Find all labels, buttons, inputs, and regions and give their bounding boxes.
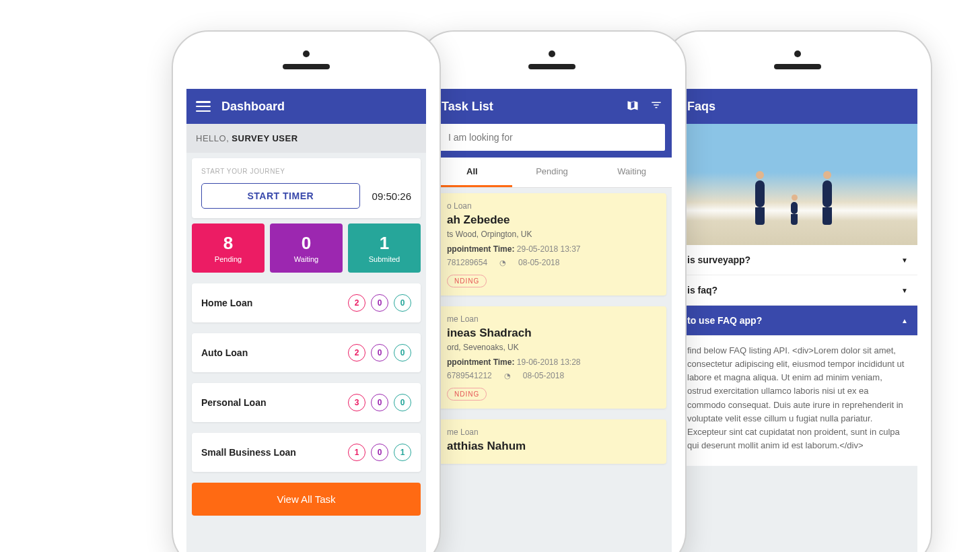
stat-label: Waiting: [273, 255, 340, 263]
loan-row[interactable]: Auto Loan 2 0 0: [192, 333, 421, 372]
person-icon: [791, 195, 798, 225]
tab-waiting[interactable]: Waiting: [592, 158, 672, 187]
stat-number: 8: [195, 233, 262, 254]
badge-waiting: 0: [371, 344, 388, 361]
loan-row[interactable]: Personal Loan 3 0 0: [192, 383, 421, 422]
faq-question: to use FAQ app?: [687, 315, 762, 326]
timer-value: 09:50:26: [372, 191, 411, 202]
task-card[interactable]: o Loan ah Zebedee ts Wood, Orpington, UK…: [438, 193, 666, 296]
hero-image: [678, 124, 917, 245]
loan-name: Personal Loan: [201, 397, 266, 408]
faq-answer: find below FAQ listing API. <div>Lorem d…: [678, 336, 917, 466]
stat-label: Pending: [195, 255, 262, 263]
stat-number: 0: [273, 233, 340, 254]
tabs: All Pending Waiting: [432, 158, 672, 188]
badge-pending: 3: [348, 394, 365, 411]
appt-value: 19-06-2018 13:28: [517, 357, 581, 367]
badge-pending: 1: [348, 444, 365, 461]
search-input[interactable]: [439, 124, 665, 151]
task-appointment: ppointment Time: 19-06-2018 13:28: [447, 357, 657, 367]
stat-label: Submited: [351, 255, 418, 263]
loan-name: Home Loan: [201, 298, 252, 308]
task-phone: 6789541212: [447, 371, 492, 380]
loan-row[interactable]: Small Business Loan 1 0 1: [192, 433, 421, 472]
task-name: atthias Nahum: [447, 440, 657, 453]
task-date: 08-05-2018: [523, 371, 564, 380]
clock-icon: ◔: [504, 372, 511, 380]
loan-row[interactable]: Home Loan 2 0 0: [192, 283, 421, 322]
task-phone: 781289654: [447, 258, 487, 267]
person-icon: [823, 171, 832, 225]
clock-icon: ◔: [499, 258, 506, 267]
badge-waiting: 0: [371, 444, 388, 461]
tab-pending[interactable]: Pending: [512, 158, 592, 187]
appt-label: ppointment Time:: [447, 244, 514, 254]
phone-dashboard: Dashboard HELLO, SURVEY USER START YOUR …: [172, 30, 441, 552]
appt-label: ppointment Time:: [447, 357, 514, 367]
appbar: Faqs: [678, 89, 917, 124]
stats-row: 8 Pending 0 Waiting 1 Submited: [186, 223, 426, 273]
menu-icon[interactable]: [196, 101, 211, 112]
badge-pending: 2: [348, 344, 365, 361]
faq-item[interactable]: is faq? ▼: [678, 275, 917, 306]
screen: Task List All Pending Waiting o Loan ah …: [432, 89, 672, 552]
badge-pending: 2: [348, 294, 365, 312]
appbar-title: Task List: [442, 100, 615, 114]
appbar-title: Faqs: [687, 100, 908, 114]
task-date: 08-05-2018: [518, 258, 559, 267]
status-badge: NDING: [447, 388, 487, 401]
loan-name: Small Business Loan: [201, 447, 296, 458]
appbar: Dashboard: [186, 89, 426, 124]
badge-waiting: 0: [371, 394, 388, 411]
task-type: me Loan: [447, 427, 657, 437]
map-icon[interactable]: [626, 98, 639, 115]
search-bar: [432, 124, 672, 158]
appbar: Task List: [432, 89, 672, 124]
task-type: o Loan: [447, 201, 657, 211]
loan-badges: 3 0 0: [348, 394, 411, 411]
task-meta: 781289654 ◔ 08-05-2018: [447, 258, 657, 267]
screen: Dashboard HELLO, SURVEY USER START YOUR …: [186, 89, 426, 552]
greeting: HELLO, SURVEY USER: [186, 124, 426, 153]
chevron-up-icon: ▲: [901, 317, 908, 324]
status-badge: NDING: [447, 275, 487, 287]
faq-question: is faq?: [687, 285, 718, 296]
task-name: ah Zebedee: [447, 213, 657, 227]
stat-submitted[interactable]: 1 Submited: [348, 223, 421, 273]
greeting-prefix: HELLO,: [196, 133, 232, 143]
loan-badges: 2 0 0: [348, 294, 411, 312]
view-all-tasks-button[interactable]: View All Task: [192, 483, 421, 516]
task-appointment: ppointment Time: 29-05-2018 13:37: [447, 244, 657, 254]
phone-tasklist: Task List All Pending Waiting o Loan ah …: [417, 30, 687, 552]
badge-submitted: 0: [394, 294, 411, 312]
tab-all[interactable]: All: [432, 158, 512, 187]
phone-faqs: Faqs is surveyapp? ▼ is faq? ▼ to use FA…: [663, 30, 932, 552]
faq-item-active[interactable]: to use FAQ app? ▲: [678, 306, 917, 336]
faq-item[interactable]: is surveyapp? ▼: [678, 245, 917, 275]
task-location: ord, Sevenoaks, UK: [447, 343, 657, 352]
appt-value: 29-05-2018 13:37: [517, 244, 581, 254]
badge-waiting: 0: [371, 294, 388, 312]
screen: Faqs is surveyapp? ▼ is faq? ▼ to use FA…: [678, 89, 917, 552]
appbar-title: Dashboard: [221, 100, 417, 114]
task-card[interactable]: me Loan atthias Nahum: [438, 419, 666, 464]
task-type: me Loan: [447, 314, 657, 324]
person-icon: [755, 171, 765, 225]
start-timer-button[interactable]: START TIMER: [201, 183, 360, 209]
badge-submitted: 1: [394, 444, 411, 461]
filter-icon[interactable]: [650, 99, 662, 114]
loan-badges: 1 0 1: [348, 444, 411, 461]
task-meta: 6789541212 ◔ 08-05-2018: [447, 371, 657, 380]
journey-label: START YOUR JOURNEY: [201, 168, 411, 175]
stat-waiting[interactable]: 0 Waiting: [270, 223, 343, 273]
task-name: ineas Shadrach: [447, 326, 657, 340]
badge-submitted: 0: [394, 344, 411, 361]
task-location: ts Wood, Orpington, UK: [447, 230, 657, 239]
greeting-name: SURVEY USER: [232, 133, 298, 143]
stat-number: 1: [351, 233, 418, 254]
journey-card: START YOUR JOURNEY START TIMER 09:50:26: [192, 158, 421, 218]
faq-question: is surveyapp?: [687, 254, 750, 265]
chevron-down-icon: ▼: [901, 256, 908, 264]
stat-pending[interactable]: 8 Pending: [192, 223, 265, 273]
task-card[interactable]: me Loan ineas Shadrach ord, Sevenoaks, U…: [438, 306, 666, 409]
